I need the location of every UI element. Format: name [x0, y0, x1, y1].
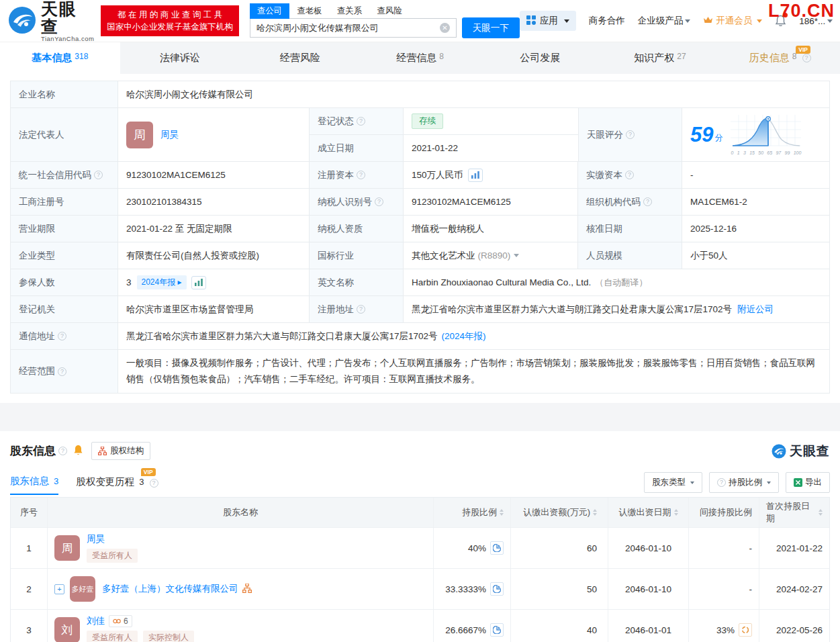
tab-label: 历史信息 [749, 52, 790, 64]
help-icon[interactable]: ? [150, 479, 158, 488]
shareholder-link[interactable]: 多好壹（上海）文化传媒有限公司 [102, 583, 238, 595]
pie-chart-icon[interactable] [490, 582, 504, 596]
partnership-count-badge[interactable]: 6 [109, 615, 132, 627]
tab-basic-info[interactable]: 基本信息 318 [0, 42, 120, 74]
row-credit-code: 统一社会信用代码? 91230102MA1CEM6125 注册资本? 150万人… [11, 162, 829, 189]
menu-vip[interactable]: 开通会员 [703, 15, 762, 27]
tab-label: 基本信息 [32, 52, 72, 64]
monitor-bell-icon[interactable] [73, 445, 83, 458]
first-date-cell: 2024-02-27 [759, 569, 829, 609]
search-tab-boss[interactable]: 查老板 [289, 3, 330, 19]
apps-label: 应用 [540, 15, 558, 27]
shareholder-avatar[interactable]: 多好壹 [70, 576, 95, 602]
help-icon[interactable]: ? [357, 171, 365, 179]
ratio-cell: 40% [434, 528, 511, 568]
tab-shareholder-info[interactable]: 股东信息 3 [10, 475, 58, 495]
search-tab-company[interactable]: 查公司 [250, 3, 290, 19]
tab-business-info[interactable]: 经营信息 8 [360, 42, 480, 74]
vip-label: 开通会员 [716, 15, 752, 27]
tab-equity-change-history[interactable]: VIP 股权变更历程 3 ? [76, 475, 158, 494]
help-icon[interactable]: ? [625, 171, 634, 179]
indirect-cell: - [689, 528, 759, 568]
col-amount[interactable]: 认缴出资额(万元) [511, 498, 608, 527]
page-watermark: L70.CN [768, 1, 835, 21]
menu-cooperation[interactable]: 商务合作 [589, 15, 625, 27]
row-mail-address: 通信地址? 黑龙江省哈尔滨市道里区群力第六大道与郎江路交口君康大厦公寓17层17… [11, 323, 829, 350]
search-tab-risk[interactable]: 查风险 [369, 3, 410, 19]
shareholder-link[interactable]: 周昊 [87, 533, 105, 545]
tab-history-info[interactable]: VIP 历史信息 8 ? [720, 42, 840, 74]
shareholder-name-cell: 周 周昊 受益所有人 [48, 528, 434, 568]
search-input[interactable]: 哈尔滨周小闹文化传媒有限公司 ✕ [250, 18, 457, 38]
annual-report-link[interactable]: (2024年报) [442, 330, 486, 342]
sort-icon [674, 509, 678, 516]
amount-cell: 50 [511, 569, 608, 609]
legal-rep-value: 周 周昊 [118, 108, 310, 161]
annual-report-chip[interactable]: 2024年报 ▸ [137, 275, 187, 289]
clear-search-icon[interactable]: ✕ [440, 23, 450, 33]
search-tab-relation[interactable]: 查关系 [330, 3, 370, 19]
row-reg-authority: 登记机关 哈尔滨市道里区市场监督管理局 注册地址? 黑龙江省哈尔滨市道里区群力第… [11, 296, 829, 323]
industry-value[interactable]: 其他文化艺术业 (R8890) [404, 242, 578, 269]
help-icon[interactable]: ? [357, 305, 365, 314]
brand-name: 天眼查 [41, 0, 94, 35]
help-icon: ? [717, 478, 726, 487]
excel-icon [794, 478, 802, 487]
shareholders-table-header: 序号 股东名称 持股比例 认缴出资额(万元) 认缴出资日期 间接持股比例 首次持… [11, 498, 829, 527]
help-icon[interactable]: ? [94, 171, 103, 179]
tab-company-development[interactable]: 公司发展 [480, 42, 600, 74]
help-icon[interactable]: ? [375, 197, 383, 206]
shareholder-avatar[interactable]: 刘 [54, 617, 80, 642]
tab-intellectual-property[interactable]: 知识产权 27 [600, 42, 720, 74]
brand-domain: TianYanCha.com [41, 35, 94, 42]
tab-operating-risk[interactable]: 经营风险 [240, 42, 360, 74]
search-button[interactable]: 天眼一下 [462, 17, 520, 38]
tab-count: 8 [439, 52, 444, 61]
tab-label: 经营风险 [280, 52, 320, 64]
indirect-holding-icon[interactable] [739, 623, 752, 637]
tianyancha-logo[interactable]: 天眼查 TianYanCha.com [8, 0, 94, 42]
business-scope-value: 一般项目：摄像及视频制作服务；广告设计、代理；广告发布；个人互联网直播服务；广告… [118, 350, 829, 393]
shareholder-type-filter[interactable]: 股东类型 [644, 472, 702, 493]
menu-enterprise[interactable]: 企业级产品 [638, 15, 691, 27]
shareholder-avatar[interactable]: 周 [54, 535, 80, 561]
pie-chart-icon[interactable] [490, 541, 504, 555]
help-icon[interactable]: ? [626, 130, 635, 139]
promo-line2: 国家中小企业发展子基金旗下机构 [107, 21, 233, 33]
col-first-date[interactable]: 首次持股日期 [759, 498, 829, 527]
legal-rep-label: 法定代表人 [11, 108, 118, 161]
legal-rep-avatar[interactable]: 周 [126, 122, 153, 148]
help-icon[interactable]: ? [58, 332, 66, 340]
equity-structure-icon[interactable] [242, 584, 252, 595]
amount-cell: 60 [511, 528, 608, 568]
score-value[interactable]: 59 分 [682, 108, 829, 161]
staff-size-value: 小于50人 [682, 242, 829, 269]
equity-structure-button[interactable]: 股权结构 [91, 442, 150, 460]
establish-date-value: 2021-01-22 [404, 135, 578, 161]
help-icon[interactable]: ? [802, 54, 811, 62]
nearby-companies-link[interactable]: 附近公司 [737, 304, 774, 316]
ratio-filter[interactable]: ? 持股比例 [709, 472, 779, 493]
taxpayer-quality-value: 增值税一般纳税人 [404, 216, 578, 242]
beneficial-owner-tag: 受益所有人 [87, 631, 138, 642]
pie-chart-icon[interactable] [490, 623, 504, 637]
paid-capital-label: 实缴资本? [578, 162, 682, 188]
insured-trend-icon[interactable] [191, 276, 206, 289]
tab-legal[interactable]: 法律诉讼 [120, 42, 240, 74]
shareholder-name-cell: 刘 刘佳 6 受益所有人 实际控制人 [48, 610, 434, 642]
expand-row-button[interactable]: + [54, 584, 64, 594]
date-cell: 2046-01-01 [608, 610, 689, 642]
shareholder-link[interactable]: 刘佳 [87, 615, 105, 627]
help-icon[interactable]: ? [357, 117, 365, 126]
apps-menu[interactable]: 应用 [520, 11, 576, 31]
col-ratio[interactable]: 持股比例 [434, 498, 511, 527]
help-icon[interactable]: ? [58, 367, 66, 376]
help-icon[interactable]: ? [58, 447, 67, 455]
capital-trend-icon[interactable] [468, 169, 483, 182]
col-date[interactable]: 认缴出资日期 [608, 498, 689, 527]
legal-rep-link[interactable]: 周昊 [160, 129, 179, 141]
amount-cell: 40 [511, 610, 608, 642]
export-button[interactable]: 导出 [786, 472, 830, 493]
help-icon[interactable]: ? [643, 197, 652, 206]
credit-code-label: 统一社会信用代码? [11, 162, 118, 188]
